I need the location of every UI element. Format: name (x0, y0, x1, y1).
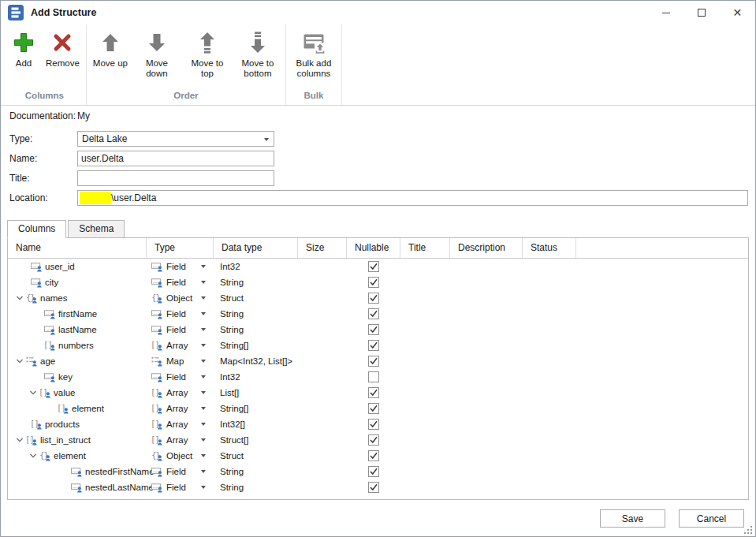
table-row[interactable]: []value[]ArrayList[] (8, 385, 748, 401)
nullable-checkbox[interactable] (368, 419, 379, 430)
nullable-checkbox[interactable] (368, 387, 379, 398)
nullable-checkbox[interactable] (368, 261, 379, 272)
ribbon-button-move-down[interactable]: Move down (132, 24, 182, 80)
type-dropdown-cell[interactable]: Field (147, 274, 214, 290)
location-input[interactable]: \user.Delta (77, 190, 748, 206)
type-dropdown-cell[interactable]: Map (147, 353, 214, 369)
expand-chevron[interactable] (29, 452, 39, 460)
chevron-down-icon (201, 375, 206, 379)
checkmark-icon (369, 341, 378, 350)
save-button[interactable]: Save (600, 509, 665, 528)
column-header-type[interactable]: Type (147, 238, 214, 259)
nullable-checkbox[interactable] (368, 434, 379, 446)
window-title: Add Structure (31, 7, 96, 18)
ribbon-group-columns: AddRemoveColumns (3, 24, 87, 105)
nullable-cell (347, 259, 400, 274)
type-dropdown-cell[interactable]: Field (147, 479, 214, 495)
expand-chevron[interactable] (16, 436, 26, 444)
ribbon-group-bulk: Bulk add columnsBulk (286, 24, 342, 105)
type-dropdown-cell[interactable]: []Array (147, 416, 214, 432)
nullable-checkbox[interactable] (368, 324, 379, 335)
add-plus-icon (11, 30, 36, 55)
table-row[interactable]: nestedLastNameFieldString (8, 479, 748, 495)
column-header-title[interactable]: Title (400, 238, 450, 259)
table-row[interactable]: keyFieldInt32 (8, 369, 748, 385)
minimize-button[interactable] (649, 1, 684, 24)
type-dropdown-cell[interactable]: []Array (147, 401, 214, 416)
table-row[interactable]: firstNameFieldString (8, 306, 748, 322)
close-button[interactable]: ✕ (720, 1, 755, 24)
type-dropdown-cell[interactable]: Field (147, 322, 214, 337)
data-type-cell: Int32 (214, 369, 298, 385)
table-row[interactable]: []numbers[]ArrayString[] (8, 337, 748, 353)
table-row[interactable]: {}element{}ObjectStruct (8, 448, 748, 464)
map-icon (151, 356, 163, 367)
column-header-data-type[interactable]: Data type (214, 238, 298, 259)
data-type-cell: Struct[] (214, 432, 298, 448)
field-icon (151, 371, 163, 382)
resize-grip-icon[interactable] (744, 526, 753, 535)
nullable-checkbox[interactable] (368, 356, 379, 367)
table-row[interactable]: cityFieldString (8, 274, 748, 290)
table-row[interactable]: []list_in_struct[]ArrayStruct[] (8, 432, 748, 448)
description-cell (450, 290, 523, 306)
chevron-expanded-icon[interactable] (29, 389, 37, 397)
nullable-checkbox[interactable] (368, 308, 379, 319)
nullable-checkbox[interactable] (368, 293, 379, 304)
ribbon-button-move-to-top[interactable]: Move to top (182, 24, 233, 80)
column-header-status[interactable]: Status (523, 238, 576, 259)
ribbon-button-move-to-bottom[interactable]: Move to bottom (233, 24, 283, 80)
nullable-checkbox[interactable] (368, 466, 379, 477)
tree-cell: {}names (8, 290, 147, 306)
ribbon-button-remove[interactable]: Remove (42, 24, 84, 70)
expand-chevron[interactable] (16, 357, 26, 365)
description-cell (450, 322, 523, 337)
name-input[interactable] (77, 151, 274, 166)
table-row[interactable]: ageMapMap<Int32, List[]> (8, 353, 748, 369)
chevron-expanded-icon[interactable] (16, 436, 24, 444)
table-row[interactable]: []products[]ArrayInt32[] (8, 416, 748, 432)
column-header-name[interactable]: Name (8, 238, 147, 259)
tab-columns[interactable]: Columns (7, 220, 66, 238)
column-name-label: firstName (58, 309, 97, 319)
type-dropdown-cell[interactable]: []Array (147, 337, 214, 353)
column-header-description[interactable]: Description (450, 238, 523, 259)
table-row[interactable]: nestedFirstNameFieldString (8, 464, 748, 479)
column-header-nullable[interactable]: Nullable (347, 238, 400, 259)
chevron-expanded-icon[interactable] (16, 357, 24, 365)
ribbon-button-add[interactable]: Add (6, 24, 42, 70)
type-dropdown-cell[interactable]: Field (147, 369, 214, 385)
column-header-size[interactable]: Size (298, 238, 347, 259)
cancel-button[interactable]: Cancel (679, 509, 744, 528)
table-row[interactable]: user_idFieldInt32 (8, 259, 748, 274)
table-row[interactable]: []element[]ArrayString[] (8, 401, 748, 416)
chevron-expanded-icon[interactable] (16, 294, 24, 302)
data-type-cell: Struct (214, 290, 298, 306)
table-row[interactable]: lastNameFieldString (8, 322, 748, 337)
type-dropdown-cell[interactable]: Field (147, 306, 214, 322)
chevron-expanded-icon[interactable] (29, 452, 37, 460)
nullable-checkbox[interactable] (368, 277, 379, 288)
tab-schema[interactable]: Schema (68, 220, 125, 238)
type-dropdown-cell[interactable]: {}Object (147, 448, 214, 464)
type-dropdown-cell[interactable]: Field (147, 464, 214, 479)
type-dropdown-cell[interactable]: []Array (147, 432, 214, 448)
type-select[interactable]: Delta Lake (77, 131, 274, 147)
nullable-checkbox[interactable] (368, 371, 379, 382)
filler-cell (576, 369, 748, 385)
type-dropdown-cell[interactable]: []Array (147, 385, 214, 401)
type-dropdown-cell[interactable]: Field (147, 259, 214, 274)
ribbon-button-move-up[interactable]: Move up (89, 24, 132, 70)
expand-chevron[interactable] (29, 389, 39, 397)
nullable-checkbox[interactable] (368, 403, 379, 414)
table-row[interactable]: {}names{}ObjectStruct (8, 290, 748, 306)
title-input[interactable] (77, 170, 274, 186)
nullable-checkbox[interactable] (368, 482, 379, 493)
expand-chevron[interactable] (16, 294, 26, 302)
type-dropdown-cell[interactable]: {}Object (147, 290, 214, 306)
nullable-checkbox[interactable] (368, 450, 379, 461)
column-name-label: lastName (58, 325, 97, 334)
ribbon-button-bulk-add-columns[interactable]: Bulk add columns (289, 24, 339, 80)
nullable-checkbox[interactable] (368, 340, 379, 351)
maximize-button[interactable] (684, 1, 720, 24)
